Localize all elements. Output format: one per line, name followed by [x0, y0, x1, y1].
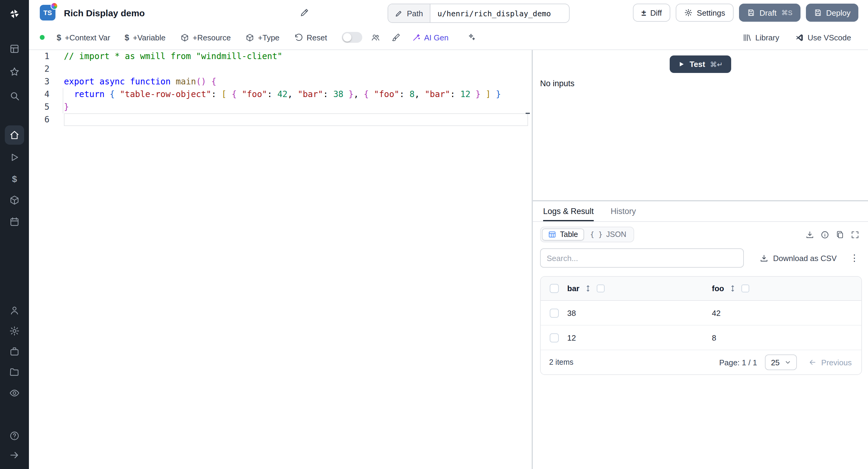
code-token: "bar"	[425, 89, 450, 99]
code-line[interactable]: // import * as wmill from "windmill-clie…	[64, 50, 532, 63]
code-token: 42	[277, 89, 287, 99]
code-line[interactable]	[64, 113, 532, 126]
code-token: :	[267, 89, 277, 99]
line-number[interactable]: 4	[29, 88, 50, 101]
line-number[interactable]: 1	[29, 50, 50, 63]
grid-icon[interactable]	[8, 43, 21, 55]
copy-result-icon[interactable]	[835, 230, 844, 239]
star-icon[interactable]	[8, 66, 21, 78]
code-token: )	[201, 76, 206, 86]
expand-sidebar-button[interactable]	[8, 449, 21, 461]
script-title: Rich Display demo	[64, 7, 145, 18]
row-checkbox[interactable]	[550, 308, 558, 317]
sidebar-item-schedules[interactable]	[8, 216, 21, 228]
no-inputs-label: No inputs	[540, 79, 868, 88]
view-toggle-json[interactable]: { } JSON	[584, 228, 632, 241]
sidebar-item-audit-logs[interactable]	[8, 387, 21, 399]
column-header-bar[interactable]: bar	[567, 284, 579, 293]
use-vscode-button[interactable]: Use VScode	[795, 33, 851, 42]
reset-button[interactable]: Reset	[294, 33, 327, 42]
arrow-left-icon	[809, 358, 817, 367]
dollar-icon: $	[12, 173, 17, 184]
search-icon[interactable]	[8, 90, 21, 102]
help-button[interactable]	[8, 430, 21, 442]
add-resource-label: +Resource	[193, 33, 230, 42]
previous-page-button[interactable]: Previous	[805, 357, 855, 368]
sidebar-item-settings[interactable]	[8, 325, 21, 337]
foo-column-checkbox[interactable]	[741, 285, 749, 292]
tab-history[interactable]: History	[611, 201, 636, 221]
code-token: export	[64, 76, 94, 86]
arrow-right-icon	[9, 450, 20, 461]
page-size-select[interactable]: 25	[765, 354, 797, 370]
line-number[interactable]: 3	[29, 75, 50, 88]
code-token: 38	[333, 89, 344, 99]
settings-button[interactable]: Settings	[676, 4, 734, 22]
path-edit-button[interactable]: Path	[388, 4, 430, 22]
sidebar-item-folders[interactable]	[8, 366, 21, 378]
add-resource-button[interactable]: +Resource	[180, 33, 230, 42]
sidebar-item-workers[interactable]	[8, 345, 21, 357]
tab-logs-result[interactable]: Logs & Result	[543, 201, 594, 221]
info-icon[interactable]	[820, 230, 830, 239]
test-button[interactable]: Test ⌘↵	[670, 56, 731, 73]
multiplayer-users-icon[interactable]	[370, 33, 380, 42]
sidebar-item-resources[interactable]	[8, 194, 21, 206]
language-badge-ts: TS	[40, 5, 56, 21]
diff-button[interactable]: ± Diff	[633, 4, 670, 22]
bar-column-checkbox[interactable]	[597, 285, 604, 292]
code-token: :	[323, 89, 333, 99]
home-icon	[9, 130, 20, 140]
line-number[interactable]: 6	[29, 113, 50, 126]
overview-ruler-cursor	[526, 113, 530, 114]
sort-bar-icon[interactable]	[584, 285, 592, 292]
expand-result-icon[interactable]	[850, 230, 860, 239]
eye-icon	[9, 387, 20, 399]
sidebar-item-variables[interactable]: $	[8, 173, 21, 184]
code-token: ,	[287, 89, 298, 99]
code-token	[343, 89, 348, 99]
view-toggle-table[interactable]: Table	[542, 228, 584, 241]
download-csv-button[interactable]: Download as CSV	[755, 253, 840, 263]
format-brush-icon[interactable]	[391, 33, 401, 42]
code-line[interactable]: export async function main() {	[64, 75, 532, 88]
code-editor[interactable]: 123456 // import * as wmill from "windmi…	[29, 50, 532, 469]
sidebar-item-runs[interactable]	[8, 151, 21, 163]
kebab-menu-icon[interactable]: ⋮	[850, 253, 858, 263]
download-result-icon[interactable]	[805, 230, 814, 239]
add-type-button[interactable]: +Type	[245, 33, 280, 42]
code-token: 12	[460, 89, 470, 99]
column-header-foo[interactable]: foo	[712, 284, 724, 293]
code-line[interactable]	[64, 63, 532, 75]
line-number[interactable]: 2	[29, 63, 50, 75]
ai-gen-button[interactable]: AI Gen	[411, 33, 448, 42]
code-lines[interactable]: // import * as wmill from "windmill-clie…	[64, 50, 532, 126]
windmill-logo-icon[interactable]	[8, 8, 21, 20]
row-select-cell	[541, 308, 567, 317]
sparkles-icon[interactable]	[467, 33, 476, 42]
dollar-icon: $	[57, 33, 61, 42]
plus-minus-icon: ±	[641, 8, 646, 17]
add-context-var-button[interactable]: $ +Context Var	[57, 33, 110, 42]
code-line[interactable]: return { "table-row-object": [ { "foo": …	[64, 88, 532, 101]
diff-mode-toggle[interactable]	[341, 32, 362, 43]
edit-summary-pencil-icon[interactable]	[300, 7, 310, 19]
sidebar-item-users[interactable]	[8, 305, 21, 316]
sidebar-item-home[interactable]	[5, 125, 24, 145]
sort-foo-icon[interactable]	[729, 285, 737, 292]
table-cell-bar: 38	[567, 308, 712, 317]
sidebar: $	[0, 0, 29, 469]
code-line[interactable]: }	[64, 101, 532, 113]
search-input[interactable]	[540, 248, 744, 268]
select-all-checkbox[interactable]	[550, 284, 558, 293]
previous-label: Previous	[821, 358, 852, 367]
table-icon	[548, 230, 556, 239]
path-value[interactable]: u/henri/rich_display_demo	[430, 4, 569, 22]
row-checkbox[interactable]	[550, 333, 558, 342]
library-button[interactable]: Library	[743, 33, 779, 42]
add-variable-button[interactable]: $ +Variable	[125, 33, 166, 42]
deploy-button[interactable]: Deploy	[806, 4, 858, 22]
draft-button[interactable]: Draft ⌘S	[739, 4, 800, 22]
line-number[interactable]: 5	[29, 101, 50, 113]
path-group: Path u/henri/rich_display_demo	[388, 4, 569, 23]
